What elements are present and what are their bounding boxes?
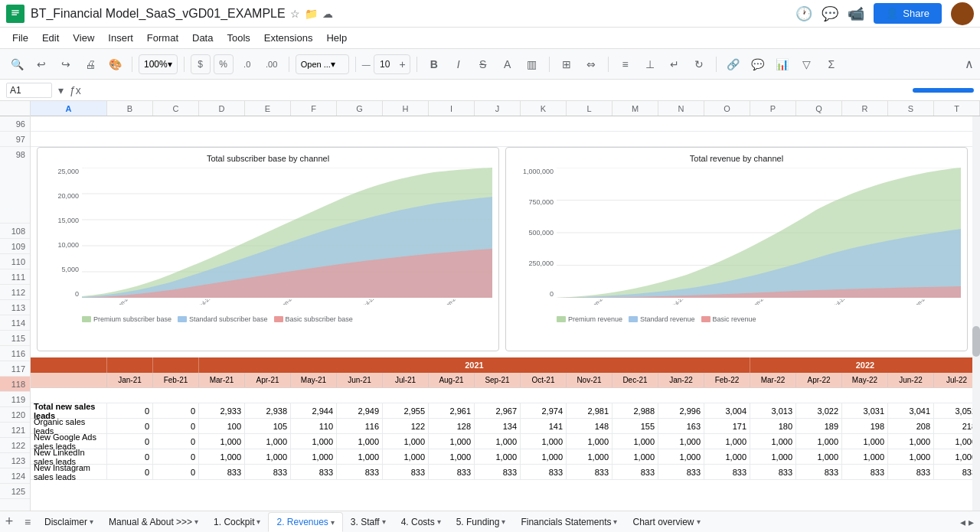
comment-icon[interactable]: 💬 — [822, 5, 838, 22]
italic-button[interactable]: I — [448, 54, 469, 75]
col-header-R[interactable]: R — [842, 101, 888, 116]
month-dec21: Dec-21 — [612, 373, 658, 387]
share-button[interactable]: 👤 Share — [874, 3, 942, 24]
folder-icon[interactable]: 📁 — [305, 8, 318, 20]
tab-scroll-left[interactable]: ◂ — [960, 516, 965, 528]
chart-button[interactable]: 📊 — [772, 54, 793, 75]
tab-cockpit-arrow: ▾ — [256, 517, 260, 526]
expand-formula-icon[interactable]: ▾ — [58, 84, 64, 96]
strikethrough-button[interactable]: S — [472, 54, 494, 75]
separator-7 — [608, 57, 609, 72]
col-header-K[interactable]: K — [521, 101, 567, 116]
comment-button[interactable]: 💬 — [747, 54, 769, 75]
col-header-A[interactable]: A — [31, 101, 107, 116]
borders-button[interactable]: ⊞ — [556, 54, 577, 75]
menu-tools[interactable]: Tools — [220, 30, 256, 46]
vertical-scrollbar[interactable] — [972, 101, 980, 511]
avatar[interactable] — [951, 2, 974, 25]
tab-manual[interactable]: Manual & About >>> ▾ — [101, 513, 206, 531]
align-button[interactable]: ≡ — [615, 54, 636, 75]
col-header-T[interactable]: T — [934, 101, 980, 116]
function-button[interactable]: Σ — [821, 54, 842, 75]
decimal-decrease-button[interactable]: .0 — [237, 54, 258, 75]
tab-cockpit[interactable]: 1. Cockpit ▾ — [206, 513, 268, 531]
col-header-O[interactable]: O — [704, 101, 750, 116]
col-header-N[interactable]: N — [658, 101, 704, 116]
tab-scroll-right[interactable]: ▸ — [969, 516, 974, 528]
v-scrollbar-thumb[interactable] — [972, 326, 980, 357]
col-header-E[interactable]: E — [245, 101, 291, 116]
data-row-124[interactable]: New LinkedIn sales leads 0 0 1,000 1,000… — [31, 449, 980, 465]
tab-chart-overview[interactable]: Chart overview ▾ — [625, 513, 707, 531]
month-mar22: Mar-22 — [750, 373, 796, 387]
history-icon[interactable]: 🕐 — [795, 5, 812, 22]
col-header-B[interactable]: B — [107, 101, 153, 116]
wrap-button[interactable]: ↵ — [664, 54, 685, 75]
data-row-121[interactable]: Total new sales leads 0 0 2,933 2,938 2,… — [31, 403, 980, 419]
expand-button[interactable]: ∧ — [965, 57, 974, 71]
filter-button[interactable]: ▽ — [796, 54, 818, 75]
legend-premium-label: Premium subscriber base — [93, 315, 172, 323]
redo-button[interactable]: ↪ — [55, 54, 77, 75]
star-icon[interactable]: ☆ — [290, 8, 300, 20]
tab-funding-arrow: ▾ — [501, 517, 505, 526]
label-instagram: New Instagram sales leads — [31, 465, 107, 479]
menu-data[interactable]: Data — [186, 30, 219, 46]
col-header-F[interactable]: F — [291, 101, 337, 116]
col-header-C[interactable]: C — [153, 101, 199, 116]
data-row-123[interactable]: New Google Ads sales leads 0 0 1,000 1,0… — [31, 434, 980, 449]
tab-add-button[interactable]: + — [0, 513, 18, 531]
print-button[interactable]: 🖨 — [80, 54, 101, 75]
cell-reference[interactable] — [6, 83, 52, 98]
zoom-dropdown[interactable]: 100% ▾ — [139, 54, 178, 74]
legend-premium-color — [82, 316, 91, 322]
menu-edit[interactable]: Edit — [36, 30, 65, 46]
menu-insert[interactable]: Insert — [102, 30, 139, 46]
col-header-P[interactable]: P — [750, 101, 796, 116]
col-header-J[interactable]: J — [475, 101, 521, 116]
col-header-G[interactable]: G — [337, 101, 383, 116]
text-color-button[interactable]: A — [497, 54, 518, 75]
menu-file[interactable]: File — [6, 30, 34, 46]
menu-format[interactable]: Format — [141, 30, 185, 46]
chart1-title: Total subscriber base by channel — [44, 154, 492, 163]
bold-button[interactable]: B — [423, 54, 445, 75]
merge-button[interactable]: ⇔ — [580, 54, 602, 75]
cloud-icon[interactable]: ☁ — [322, 8, 333, 20]
menu-help[interactable]: Help — [320, 30, 353, 46]
search-button[interactable]: 🔍 — [6, 54, 28, 75]
col-header-M[interactable]: M — [612, 101, 658, 116]
undo-button[interactable]: ↩ — [31, 54, 52, 75]
col-header-S[interactable]: S — [888, 101, 934, 116]
percent-button[interactable]: % — [214, 54, 234, 74]
tab-disclaimer[interactable]: Disclaimer ▾ — [37, 513, 101, 531]
col-header-H[interactable]: H — [383, 101, 429, 116]
font-size-minus[interactable]: + — [396, 54, 410, 74]
tab-costs[interactable]: 4. Costs ▾ — [394, 513, 449, 531]
data-row-122[interactable]: Organic sales leads 0 0 100 105 110 116 … — [31, 419, 980, 434]
col-header-D[interactable]: D — [199, 101, 245, 116]
meet-icon[interactable]: 📹 — [848, 5, 864, 22]
col-header-L[interactable]: L — [567, 101, 612, 116]
tab-funding[interactable]: 5. Funding ▾ — [449, 513, 514, 531]
link-button[interactable]: 🔗 — [723, 54, 744, 75]
menu-view[interactable]: View — [67, 30, 100, 46]
rotate-button[interactable]: ↻ — [688, 54, 710, 75]
tab-menu-button[interactable]: ≡ — [18, 513, 37, 531]
col-header-I[interactable]: I — [429, 101, 475, 116]
title-icons: ☆ 📁 ☁ — [290, 8, 333, 20]
data-row-125[interactable]: New Instagram sales leads 0 0 833 833 83… — [31, 465, 980, 480]
valign-button[interactable]: ⊥ — [639, 54, 661, 75]
col-header-Q[interactable]: Q — [796, 101, 842, 116]
format-dropdown[interactable]: Open ... ▾ — [296, 54, 349, 74]
currency-button[interactable]: $ — [191, 54, 211, 74]
formula-input[interactable] — [87, 85, 906, 96]
paint-format-button[interactable]: 🎨 — [104, 54, 126, 75]
decimal-increase-button[interactable]: .00 — [261, 54, 283, 75]
fill-color-button[interactable]: ▥ — [521, 54, 543, 75]
share-icon: 👤 — [886, 8, 898, 19]
tab-revenues-active[interactable]: 2. Revenues ▾ — [268, 512, 342, 532]
menu-extensions[interactable]: Extensions — [258, 30, 319, 46]
tab-financials[interactable]: Financials Statements ▾ — [513, 513, 625, 531]
tab-staff[interactable]: 3. Staff ▾ — [343, 513, 394, 531]
